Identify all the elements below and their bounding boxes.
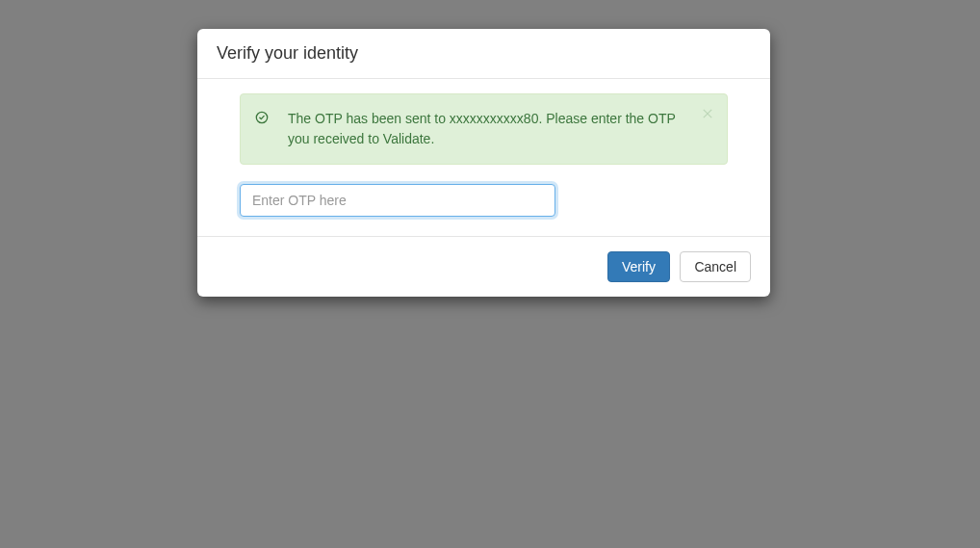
alert-message: The OTP has been sent to xxxxxxxxxxx80. … xyxy=(288,109,693,149)
otp-input[interactable] xyxy=(240,184,555,217)
modal-body: The OTP has been sent to xxxxxxxxxxx80. … xyxy=(197,79,770,237)
close-icon xyxy=(703,107,712,121)
verify-button[interactable]: Verify xyxy=(607,251,670,282)
check-circle-icon xyxy=(255,111,269,124)
alert-success: The OTP has been sent to xxxxxxxxxxx80. … xyxy=(240,93,728,165)
modal-title: Verify your identity xyxy=(217,43,751,64)
verify-identity-modal: Verify your identity The OTP has been se… xyxy=(197,29,770,297)
modal-header: Verify your identity xyxy=(197,29,770,79)
cancel-button[interactable]: Cancel xyxy=(680,251,751,282)
modal-footer: Verify Cancel xyxy=(197,237,770,297)
alert-close-button[interactable] xyxy=(700,106,715,121)
